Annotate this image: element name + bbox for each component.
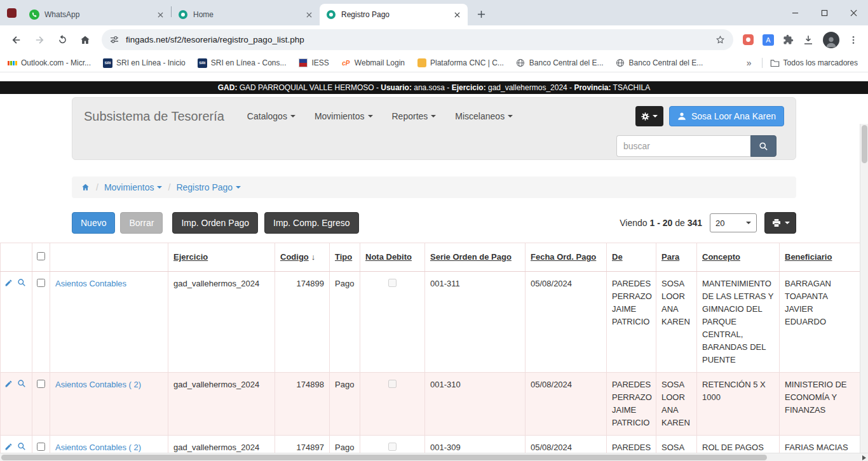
tab-title: Registro Pago bbox=[341, 10, 452, 19]
window-controls bbox=[780, 0, 868, 25]
window-maximize-button[interactable] bbox=[810, 0, 839, 25]
nav-catalogos[interactable]: Catalogos bbox=[247, 111, 295, 121]
site-info-icon[interactable] bbox=[109, 35, 119, 45]
row-checkbox[interactable] bbox=[37, 279, 45, 287]
user-account-button[interactable]: Sosa Loor Ana Karen bbox=[669, 106, 784, 126]
edit-pencil-icon[interactable] bbox=[4, 279, 13, 287]
imp-comp-egreso-button[interactable]: Imp. Comp. Egreso bbox=[264, 212, 359, 234]
new-tab-button[interactable] bbox=[473, 6, 489, 22]
sort-desc-icon: ↓ bbox=[311, 252, 316, 262]
view-magnifier-icon[interactable] bbox=[17, 442, 26, 451]
print-button[interactable] bbox=[764, 212, 796, 234]
header-para[interactable]: Para bbox=[661, 252, 679, 262]
breadcrumb-registro-pago[interactable]: Registro Pago bbox=[176, 182, 241, 192]
bookmark-cnc[interactable]: Plataforma CNC | C... bbox=[417, 58, 504, 68]
search-button[interactable] bbox=[750, 135, 776, 157]
header-serie-orden-pago[interactable]: Serie Orden de Pago bbox=[430, 252, 512, 262]
cell-beneficiario: BARRAGAN TOAPANTA JAVIER EDUARDO bbox=[780, 272, 860, 373]
settings-gear-button[interactable] bbox=[635, 106, 663, 126]
bookmarks-overflow-icon[interactable]: » bbox=[747, 58, 752, 68]
tab-close-icon[interactable] bbox=[304, 10, 315, 20]
all-bookmarks-button[interactable]: Todos los marcadores bbox=[770, 58, 858, 68]
tab-close-icon[interactable] bbox=[155, 10, 166, 20]
back-button[interactable] bbox=[6, 30, 27, 50]
table-header-row: Ejercicio Codigo↓ Tipo Nota Debito Serie… bbox=[1, 243, 860, 272]
header-codigo[interactable]: Codigo bbox=[280, 252, 309, 262]
row-name-link[interactable]: Asientos Contables ( 2) bbox=[55, 380, 141, 389]
header-nota-debito[interactable]: Nota Debito bbox=[365, 252, 412, 262]
bookmark-banco-central-1[interactable]: Banco Central del E... bbox=[516, 58, 604, 68]
row-checkbox[interactable] bbox=[37, 380, 45, 388]
scroll-right-arrow-icon[interactable] bbox=[862, 455, 866, 460]
address-bar[interactable]: fingads.net/sf2/tesoreria/registro_pago_… bbox=[102, 29, 733, 50]
bookmark-banco-central-2[interactable]: Banco Central del E... bbox=[616, 58, 703, 68]
vertical-scrollbar[interactable] bbox=[860, 124, 868, 453]
row-checkbox[interactable] bbox=[37, 443, 45, 451]
row-name-link[interactable]: Asientos Contables ( 2) bbox=[55, 443, 141, 452]
nota-debito-checkbox bbox=[388, 380, 397, 388]
url-text[interactable]: fingads.net/sf2/tesoreria/registro_pago_… bbox=[126, 35, 715, 44]
horizontal-scrollbar[interactable] bbox=[0, 453, 868, 461]
downloads-icon[interactable] bbox=[803, 34, 814, 46]
edit-pencil-icon[interactable] bbox=[4, 443, 13, 451]
reload-button[interactable] bbox=[52, 30, 72, 50]
header-de[interactable]: De bbox=[612, 252, 623, 262]
page-size-select[interactable]: 20 bbox=[710, 213, 757, 232]
header-beneficiario[interactable]: Beneficiario bbox=[785, 252, 832, 262]
search-input[interactable] bbox=[616, 135, 750, 157]
nav-movimientos[interactable]: Movimientos bbox=[315, 111, 373, 121]
bookmark-star-icon[interactable] bbox=[715, 34, 726, 45]
breadcrumb-movimientos[interactable]: Movimientos bbox=[104, 182, 163, 192]
actions-row: Nuevo Borrar Imp. Orden Pago Imp. Comp. … bbox=[72, 212, 796, 234]
header-tipo[interactable]: Tipo bbox=[335, 252, 352, 262]
window-minimize-button[interactable] bbox=[780, 0, 810, 25]
bookmark-outlook[interactable]: Outlook.com - Micr... bbox=[8, 58, 91, 68]
gad-value: GAD PARROQUIAL VALLE HERMOSO - bbox=[237, 83, 381, 92]
cell-serie: 001-311 bbox=[425, 272, 526, 373]
translate-icon[interactable]: A bbox=[763, 34, 774, 46]
bookmark-label: Todos los marcadores bbox=[783, 58, 858, 67]
tab-home[interactable]: Home bbox=[172, 4, 320, 25]
nuevo-button[interactable]: Nuevo bbox=[72, 212, 115, 234]
tab-registro-pago[interactable]: Registro Pago bbox=[320, 4, 468, 25]
tab-whatsapp[interactable]: WhatsApp bbox=[23, 4, 171, 25]
extensions-puzzle-icon[interactable] bbox=[783, 34, 794, 45]
header-ejercicio[interactable]: Ejercicio bbox=[173, 252, 208, 262]
extension-pink-icon[interactable] bbox=[743, 34, 754, 45]
horizontal-scrollbar-thumb[interactable] bbox=[1, 455, 767, 460]
menu-kebab-icon[interactable] bbox=[848, 35, 858, 45]
header-fecha-ord-pago[interactable]: Fecha Ord. Pago bbox=[531, 252, 596, 262]
cell-concepto: MANTENIMIENTO DE LAS LETRAS Y GIMNACIO D… bbox=[697, 272, 780, 373]
view-magnifier-icon[interactable] bbox=[17, 278, 26, 287]
view-magnifier-icon[interactable] bbox=[17, 379, 26, 388]
bookmark-iess[interactable]: IESS bbox=[299, 58, 329, 68]
imp-orden-pago-button[interactable]: Imp. Orden Pago bbox=[172, 212, 258, 234]
nav-miscelaneos[interactable]: Miscelaneos bbox=[455, 111, 513, 121]
nota-debito-checkbox bbox=[388, 279, 397, 287]
window-close-button[interactable] bbox=[839, 0, 868, 25]
search-icon bbox=[759, 142, 768, 151]
toolbar-right-icons: A bbox=[738, 32, 863, 48]
ejercicio-label: Ejercicio: bbox=[452, 83, 486, 92]
bookmark-webmail[interactable]: cP Webmail Login bbox=[341, 58, 405, 68]
bookmark-sri-consultas[interactable]: SRI SRI en Línea - Cons... bbox=[198, 58, 287, 68]
row-name-link[interactable]: Asientos Contables bbox=[55, 279, 126, 288]
header-concepto[interactable]: Concepto bbox=[702, 252, 740, 262]
breadcrumb-home-icon[interactable] bbox=[81, 183, 90, 192]
select-all-checkbox[interactable] bbox=[37, 252, 45, 260]
browser-toolbar: fingads.net/sf2/tesoreria/registro_pago_… bbox=[0, 25, 868, 54]
tab-close-icon[interactable] bbox=[452, 10, 463, 20]
nav-reportes[interactable]: Reportes bbox=[392, 111, 437, 121]
edit-pencil-icon[interactable] bbox=[4, 380, 13, 388]
forward-button[interactable] bbox=[29, 30, 50, 50]
bookmark-sri-inicio[interactable]: SRI SRI en Línea - Inicio bbox=[103, 58, 186, 68]
profile-avatar[interactable] bbox=[823, 32, 839, 48]
home-button[interactable] bbox=[75, 30, 95, 50]
cell-tipo: Pago bbox=[330, 373, 360, 436]
record-count-label: Viendo 1 - 20 de 341 bbox=[620, 218, 702, 228]
microsoft-favicon-icon bbox=[8, 58, 17, 68]
vertical-scrollbar-thumb[interactable] bbox=[862, 125, 867, 163]
borrar-button[interactable]: Borrar bbox=[120, 212, 163, 234]
browser-window: WhatsApp Home Registro Pago bbox=[0, 0, 868, 461]
user-name-label: Sosa Loor Ana Karen bbox=[691, 111, 776, 121]
